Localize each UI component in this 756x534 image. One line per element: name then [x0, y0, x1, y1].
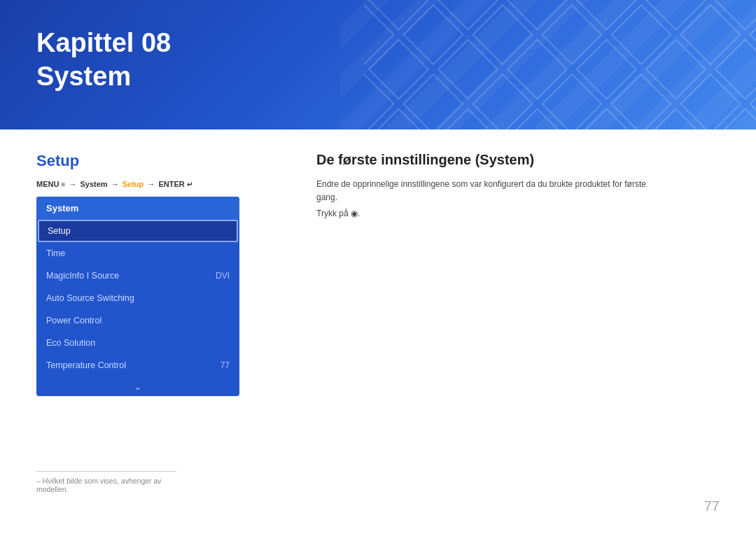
- system-menu-header: System: [36, 197, 239, 220]
- menu-item-auto-source[interactable]: Auto Source Switching: [36, 287, 239, 309]
- right-panel: De første innstillingene (System) Endre …: [316, 152, 720, 396]
- header-banner: Kapittel 08 System: [0, 0, 756, 129]
- menu-item-time-label: Time: [46, 248, 65, 258]
- footer-note: – Hvilket bilde som vises, avhenger av m…: [36, 471, 176, 493]
- menu-item-auto-source-label: Auto Source Switching: [46, 293, 134, 303]
- menu-label: MENU ≡: [36, 180, 65, 188]
- breadcrumb-system: System: [80, 180, 107, 188]
- breadcrumb-setup: Setup: [122, 180, 144, 188]
- system-menu: System Setup Time MagicInfo I Source DVI…: [36, 197, 239, 396]
- scroll-down-icon[interactable]: ⌄: [36, 377, 239, 396]
- menu-item-temp-control-label: Temperature Control: [46, 360, 126, 370]
- menu-item-eco-solution-label: Eco Solution: [46, 338, 95, 348]
- menu-item-setup-label: Setup: [48, 226, 71, 236]
- menu-item-temp-control[interactable]: Temperature Control 77: [36, 354, 239, 377]
- description-title: De første innstillingene (System): [316, 152, 720, 168]
- page-number: 77: [704, 498, 720, 514]
- description-text-1: Endre de opprinnelige innstillingene som…: [316, 178, 666, 204]
- menu-item-setup[interactable]: Setup: [38, 220, 238, 242]
- description-text-2: Trykk på ◉.: [316, 207, 666, 220]
- menu-item-power-control[interactable]: Power Control: [36, 309, 239, 332]
- menu-item-power-control-label: Power Control: [46, 316, 102, 325]
- svg-rect-1: [364, 0, 756, 129]
- menu-item-temp-control-value: 77: [220, 360, 230, 370]
- header-title: Kapittel 08 System: [36, 27, 171, 93]
- main-content: Setup MENU ≡ → System → Setup → ENTER ↵ …: [0, 129, 756, 419]
- menu-item-magicinfo[interactable]: MagicInfo I Source DVI: [36, 265, 239, 287]
- menu-item-magicinfo-value: DVI: [216, 271, 230, 281]
- menu-item-time[interactable]: Time: [36, 242, 239, 265]
- left-panel: Setup MENU ≡ → System → Setup → ENTER ↵ …: [36, 152, 274, 396]
- section-title: Setup: [36, 152, 274, 170]
- breadcrumb-enter: ENTER ↵: [158, 180, 192, 188]
- menu-breadcrumb: MENU ≡ → System → Setup → ENTER ↵: [36, 180, 274, 188]
- menu-item-magicinfo-label: MagicInfo I Source: [46, 271, 119, 281]
- menu-item-eco-solution[interactable]: Eco Solution: [36, 332, 239, 354]
